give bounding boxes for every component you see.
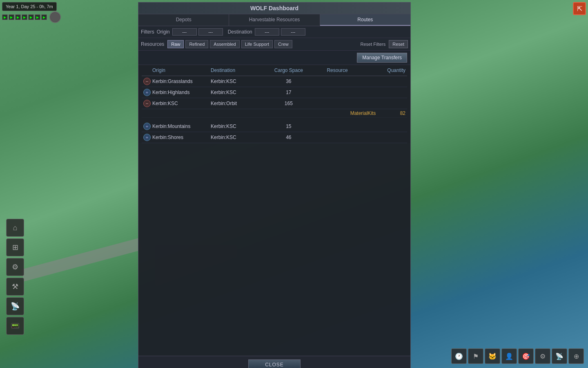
cargo-mountains: 15 <box>269 123 308 129</box>
res-btn-crew[interactable]: Crew <box>274 40 292 48</box>
app-icon[interactable]: ⇱ <box>573 2 586 15</box>
runway <box>21 238 143 282</box>
sidebar-icon-antenna[interactable]: 📡 <box>6 297 24 315</box>
header-origin: Origin <box>152 67 211 73</box>
routes-table: Origin Destination Cargo Space Resource … <box>138 65 410 143</box>
left-sidebar: ⌂ ⊞ ⚙ ⚒ 📡 📟 <box>6 219 24 335</box>
header-expand <box>143 67 152 73</box>
table-row: − Kerbin:Grasslands Kerbin:KSC 36 <box>142 76 407 87</box>
manage-bar: Manage Transfers <box>138 51 410 65</box>
toolbar-comms-icon[interactable]: 📡 <box>552 348 567 364</box>
table-header: Origin Destination Cargo Space Resource … <box>142 65 407 76</box>
expand-btn-ksc[interactable]: − <box>143 100 151 107</box>
origin-select-1[interactable]: --- <box>172 28 197 36</box>
resource-materialkits: MaterialKits <box>349 110 377 116</box>
sidebar-icon-grid[interactable]: ⊞ <box>6 238 24 256</box>
header-cargo-space: Cargo Space <box>269 67 308 73</box>
sidebar-icon-home[interactable]: ⌂ <box>6 219 24 237</box>
toolbar-clock-icon[interactable]: 🕐 <box>451 348 467 364</box>
cargo-grasslands: 36 <box>269 79 308 84</box>
speed-4-btn[interactable]: ▶ <box>28 14 34 20</box>
header-resource: Resource <box>308 67 367 73</box>
tab-bar: Depots Harvestable Resources Routes <box>138 14 410 26</box>
origin-grasslands: Kerbin:Grasslands <box>152 79 211 84</box>
reset-button[interactable]: Reset <box>389 40 408 48</box>
expand-btn-highlands[interactable]: + <box>143 89 151 96</box>
speed-5-btn[interactable]: ▶ <box>35 14 40 20</box>
tab-depots[interactable]: Depots <box>138 14 229 26</box>
origin-mountains: Kerbin:Mountains <box>152 123 211 129</box>
cargo-ksc: 165 <box>269 101 308 106</box>
dest-mountains: Kerbin:KSC <box>211 123 269 129</box>
sidebar-icon-gear[interactable]: ⚙ <box>6 258 24 276</box>
sidebar-icon-industry[interactable]: ⚒ <box>6 278 24 296</box>
destination-select-2[interactable]: --- <box>281 28 305 36</box>
dest-shores: Kerbin:KSC <box>211 135 269 140</box>
sub-row-materialkits: MaterialKits 82 <box>142 109 407 118</box>
expand-btn-shores[interactable]: + <box>143 134 151 141</box>
speed-2-btn[interactable]: ▶ <box>15 14 21 20</box>
speed-6-btn[interactable]: ▶ <box>41 14 47 20</box>
origin-ksc: Kerbin:KSC <box>152 101 211 106</box>
toolbar-kerbal-icon[interactable]: 🐱 <box>485 348 500 364</box>
close-bar: CLOSE <box>138 356 410 368</box>
filter-bar: Filters Origin --- --- Destination --- -… <box>138 26 410 38</box>
expand-btn-grasslands[interactable]: − <box>143 78 151 85</box>
tab-routes[interactable]: Routes <box>320 14 410 26</box>
table-row: + Kerbin:Shores Kerbin:KSC 46 <box>142 132 407 143</box>
sidebar-icon-signal[interactable]: 📟 <box>6 317 24 335</box>
wolf-panel: WOLF Dashboard Depots Harvestable Resour… <box>138 2 411 368</box>
destination-select-1[interactable]: --- <box>255 28 279 36</box>
game-time: Year 1, Day 25 - 0h, 7m <box>6 4 53 9</box>
speed-controls[interactable]: ▶ ▶ ▶ ▶ ▶ ▶ ▶ <box>2 11 61 23</box>
toolbar-crew-icon[interactable]: 👤 <box>501 348 517 364</box>
tab-harvestable[interactable]: Harvestable Resources <box>229 14 320 26</box>
toolbar-settings-icon[interactable]: ⚙ <box>535 348 550 364</box>
toolbar-target-icon[interactable]: 🎯 <box>518 348 534 364</box>
origin-shores: Kerbin:Shores <box>152 135 211 140</box>
speed-3-btn[interactable]: ▶ <box>22 14 27 20</box>
dest-highlands: Kerbin:KSC <box>211 90 269 95</box>
toolbar-flag-icon[interactable]: ⚑ <box>468 348 483 364</box>
table-row: + Kerbin:Mountains Kerbin:KSC 15 <box>142 121 407 132</box>
res-btn-raw[interactable]: Raw <box>167 40 184 48</box>
qty-materialkits: 82 <box>377 110 405 116</box>
play-btn[interactable]: ▶ <box>2 14 8 20</box>
origin-select-2[interactable]: --- <box>198 28 223 36</box>
dest-grasslands: Kerbin:KSC <box>211 79 269 84</box>
manage-transfers-btn[interactable]: Manage Transfers <box>357 53 407 63</box>
cargo-shores: 46 <box>269 135 308 140</box>
table-row: + Kerbin:Highlands Kerbin:KSC 17 <box>142 87 407 98</box>
origin-label: Origin <box>157 29 170 35</box>
time-warp-dial[interactable] <box>49 11 61 23</box>
table-row: − Kerbin:KSC Kerbin:Orbit 165 <box>142 98 407 109</box>
panel-title: WOLF Dashboard <box>138 2 410 14</box>
content-area <box>138 143 410 356</box>
res-btn-lifesupport[interactable]: Life Support <box>241 40 273 48</box>
header-quantity: Quantity <box>367 67 405 73</box>
origin-highlands: Kerbin:Highlands <box>152 90 211 95</box>
resources-label: Resources <box>141 41 164 47</box>
dest-ksc: Kerbin:Orbit <box>211 101 269 106</box>
filters-label: Filters <box>141 29 154 35</box>
res-btn-assembled[interactable]: Assembled <box>210 40 239 48</box>
spacer <box>142 118 407 121</box>
header-destination: Destination <box>211 67 269 73</box>
speed-1-btn[interactable]: ▶ <box>9 14 14 20</box>
time-display: Year 1, Day 25 - 0h, 7m <box>2 2 57 11</box>
destination-label: Destination <box>228 29 252 35</box>
expand-btn-mountains[interactable]: + <box>143 123 151 130</box>
cargo-highlands: 17 <box>269 90 308 95</box>
bottom-right-toolbar: 🕐 ⚑ 🐱 👤 🎯 ⚙ 📡 ⊕ <box>451 348 584 364</box>
resource-filter-bar: Resources Raw Refined Assembled Life Sup… <box>138 38 410 51</box>
close-button[interactable]: CLOSE <box>248 359 301 368</box>
reset-filters-label[interactable]: Reset Filters <box>361 42 386 47</box>
toolbar-plus-icon[interactable]: ⊕ <box>568 348 584 364</box>
res-btn-refined[interactable]: Refined <box>185 40 208 48</box>
